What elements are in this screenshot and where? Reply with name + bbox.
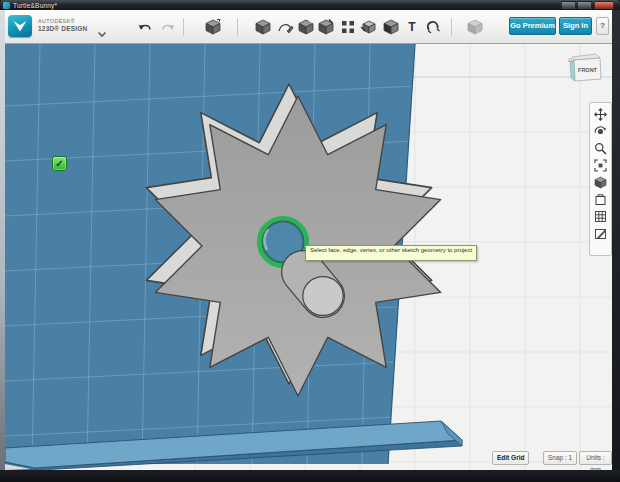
text-tool-icon[interactable]: T — [403, 19, 421, 35]
title-bar[interactable]: Turtle&Bunny* — [0, 0, 620, 10]
toolbar-separator — [183, 18, 184, 36]
modify-icon[interactable] — [317, 19, 335, 35]
snap-button[interactable]: Snap : 1 — [543, 451, 577, 465]
text-tool-label: T — [408, 19, 415, 35]
maximize-button[interactable] — [577, 1, 592, 9]
menu-chevron-icon[interactable] — [97, 24, 107, 42]
edit-grid-button[interactable]: Edit Grid — [492, 451, 529, 465]
transform-icon[interactable] — [204, 19, 222, 35]
minimize-button[interactable] — [561, 1, 576, 9]
toolbar-separator — [451, 18, 452, 36]
navigation-toolbar — [589, 102, 612, 256]
undo-icon[interactable] — [136, 19, 154, 35]
combine-icon[interactable] — [382, 19, 400, 35]
snap-icon[interactable] — [424, 19, 442, 35]
pan-icon[interactable] — [592, 106, 609, 123]
window-frame-bottom — [0, 470, 620, 482]
hide-show-icon[interactable] — [592, 191, 609, 208]
zoom-icon[interactable] — [592, 140, 609, 157]
main-toolbar: AUTODESK® 123D® DESIGN T — [0, 10, 620, 44]
material-icon-disabled[interactable] — [466, 19, 484, 35]
grouping-icon[interactable] — [360, 19, 378, 35]
logo-v-icon — [8, 15, 32, 37]
toolbar-separator — [237, 18, 238, 36]
close-button[interactable] — [594, 1, 614, 9]
sign-in-button[interactable]: Sign In — [559, 17, 592, 35]
construct-icon[interactable] — [297, 19, 315, 35]
brand-line2: 123D® DESIGN — [38, 25, 87, 33]
app-logo[interactable] — [8, 15, 32, 37]
orbit-icon[interactable] — [592, 123, 609, 140]
tooltip: Select face, edge, vertex, or other sket… — [305, 245, 477, 261]
window-title: Turtle&Bunny* — [13, 2, 57, 9]
view-cube-front-label: FRONT — [578, 67, 598, 73]
go-premium-button[interactable]: Go Premium — [509, 17, 556, 35]
pattern-icon[interactable] — [339, 19, 357, 35]
viewport-canvas[interactable]: Select face, edge, vertex, or other sket… — [5, 44, 612, 470]
view-cube[interactable]: FRONT ⌂ — [566, 49, 612, 91]
fit-view-icon[interactable] — [592, 157, 609, 174]
home-icon[interactable]: ⌂ — [568, 56, 572, 64]
confirm-check-button[interactable]: ✓ — [52, 156, 67, 171]
shaded-view-icon[interactable] — [592, 174, 609, 191]
redo-icon[interactable] — [159, 19, 177, 35]
primitives-icon[interactable] — [254, 19, 272, 35]
grid-toggle-icon[interactable] — [592, 208, 609, 225]
brand-text: AUTODESK® 123D® DESIGN — [38, 18, 87, 33]
sketch-icon[interactable] — [276, 19, 294, 35]
help-button[interactable]: ? — [596, 17, 609, 35]
units-button[interactable]: Units : mm — [579, 451, 612, 465]
app-icon — [3, 2, 10, 9]
window-frame-right — [612, 10, 620, 470]
sketch-visibility-icon[interactable] — [592, 225, 609, 242]
brand-line1: AUTODESK® — [38, 18, 87, 25]
